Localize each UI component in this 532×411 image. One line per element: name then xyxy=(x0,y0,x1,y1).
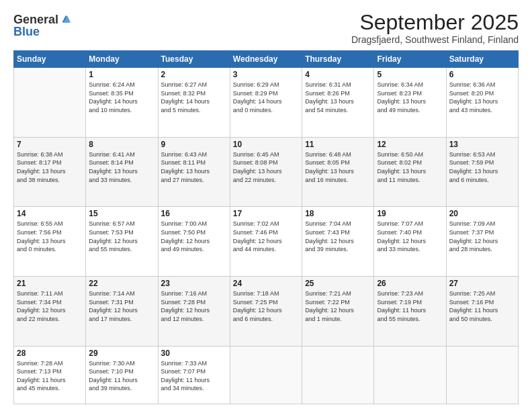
day-number: 30 xyxy=(161,349,227,358)
logo-blue-text: Blue xyxy=(13,26,40,38)
day-number: 1 xyxy=(89,70,154,79)
day-info: Sunrise: 7:25 AM Sunset: 7:16 PM Dayligh… xyxy=(449,289,515,323)
table-row: 3Sunrise: 6:29 AM Sunset: 8:29 PM Daylig… xyxy=(230,68,302,138)
day-info: Sunrise: 7:21 AM Sunset: 7:22 PM Dayligh… xyxy=(305,289,371,323)
header-friday: Friday xyxy=(374,51,446,68)
header-tuesday: Tuesday xyxy=(158,51,230,68)
calendar-table: Sunday Monday Tuesday Wednesday Thursday… xyxy=(13,50,519,404)
table-row xyxy=(374,346,446,404)
header: General Blue September 2025 Dragsfjaerd,… xyxy=(13,11,519,45)
day-info: Sunrise: 7:02 AM Sunset: 7:46 PM Dayligh… xyxy=(233,220,299,253)
day-number: 5 xyxy=(377,70,443,79)
day-info: Sunrise: 7:09 AM Sunset: 7:37 PM Dayligh… xyxy=(449,220,515,253)
day-info: Sunrise: 6:45 AM Sunset: 8:08 PM Dayligh… xyxy=(233,150,299,184)
table-row: 29Sunrise: 7:30 AM Sunset: 7:10 PM Dayli… xyxy=(86,346,158,404)
day-info: Sunrise: 6:50 AM Sunset: 8:02 PM Dayligh… xyxy=(377,150,443,184)
table-row: 18Sunrise: 7:04 AM Sunset: 7:43 PM Dayli… xyxy=(302,207,374,277)
table-row: 5Sunrise: 6:34 AM Sunset: 8:23 PM Daylig… xyxy=(374,68,446,138)
table-row: 15Sunrise: 6:57 AM Sunset: 7:53 PM Dayli… xyxy=(86,207,158,277)
day-info: Sunrise: 7:18 AM Sunset: 7:25 PM Dayligh… xyxy=(233,289,299,323)
day-info: Sunrise: 6:43 AM Sunset: 8:11 PM Dayligh… xyxy=(161,150,227,184)
day-info: Sunrise: 7:33 AM Sunset: 7:07 PM Dayligh… xyxy=(161,359,227,393)
location: Dragsfjaerd, Southwest Finland, Finland xyxy=(351,34,519,45)
day-number: 26 xyxy=(377,279,443,288)
table-row xyxy=(230,346,302,404)
header-wednesday: Wednesday xyxy=(230,51,302,68)
logo-icon xyxy=(60,13,72,26)
day-number: 6 xyxy=(449,70,515,79)
calendar-week-row: 21Sunrise: 7:11 AM Sunset: 7:34 PM Dayli… xyxy=(14,276,519,346)
day-info: Sunrise: 7:23 AM Sunset: 7:19 PM Dayligh… xyxy=(377,289,443,323)
header-thursday: Thursday xyxy=(302,51,374,68)
day-number: 23 xyxy=(161,279,227,288)
day-info: Sunrise: 6:31 AM Sunset: 8:26 PM Dayligh… xyxy=(305,81,371,114)
table-row xyxy=(446,346,518,404)
day-number: 3 xyxy=(233,70,299,79)
day-number: 14 xyxy=(17,209,83,218)
day-number: 17 xyxy=(233,209,299,218)
day-number: 28 xyxy=(17,349,83,358)
day-number: 16 xyxy=(161,209,227,218)
day-info: Sunrise: 7:28 AM Sunset: 7:13 PM Dayligh… xyxy=(17,359,83,393)
table-row: 16Sunrise: 7:00 AM Sunset: 7:50 PM Dayli… xyxy=(158,207,230,277)
day-info: Sunrise: 6:53 AM Sunset: 7:59 PM Dayligh… xyxy=(449,150,515,184)
day-number: 8 xyxy=(89,140,154,149)
table-row: 28Sunrise: 7:28 AM Sunset: 7:13 PM Dayli… xyxy=(14,346,86,404)
day-info: Sunrise: 6:38 AM Sunset: 8:17 PM Dayligh… xyxy=(17,150,83,184)
day-info: Sunrise: 6:36 AM Sunset: 8:20 PM Dayligh… xyxy=(449,81,515,114)
table-row: 4Sunrise: 6:31 AM Sunset: 8:26 PM Daylig… xyxy=(302,68,374,138)
title-section: September 2025 Dragsfjaerd, Southwest Fi… xyxy=(351,11,519,45)
header-saturday: Saturday xyxy=(446,51,518,68)
table-row: 24Sunrise: 7:18 AM Sunset: 7:25 PM Dayli… xyxy=(230,276,302,346)
day-number: 11 xyxy=(305,140,371,149)
day-number: 15 xyxy=(89,209,154,218)
day-info: Sunrise: 6:57 AM Sunset: 7:53 PM Dayligh… xyxy=(89,220,154,253)
table-row xyxy=(14,68,86,138)
table-row: 27Sunrise: 7:25 AM Sunset: 7:16 PM Dayli… xyxy=(446,276,518,346)
table-row: 22Sunrise: 7:14 AM Sunset: 7:31 PM Dayli… xyxy=(86,276,158,346)
day-info: Sunrise: 6:41 AM Sunset: 8:14 PM Dayligh… xyxy=(89,150,154,184)
header-monday: Monday xyxy=(86,51,158,68)
table-row xyxy=(302,346,374,404)
day-number: 20 xyxy=(449,209,515,218)
day-number: 7 xyxy=(17,140,83,149)
calendar-week-row: 28Sunrise: 7:28 AM Sunset: 7:13 PM Dayli… xyxy=(14,346,519,404)
day-info: Sunrise: 7:14 AM Sunset: 7:31 PM Dayligh… xyxy=(89,289,154,323)
table-row: 14Sunrise: 6:55 AM Sunset: 7:56 PM Dayli… xyxy=(14,207,86,277)
table-row: 25Sunrise: 7:21 AM Sunset: 7:22 PM Dayli… xyxy=(302,276,374,346)
day-info: Sunrise: 7:11 AM Sunset: 7:34 PM Dayligh… xyxy=(17,289,83,323)
table-row: 2Sunrise: 6:27 AM Sunset: 8:32 PM Daylig… xyxy=(158,68,230,138)
table-row: 7Sunrise: 6:38 AM Sunset: 8:17 PM Daylig… xyxy=(14,137,86,207)
calendar-header-row: Sunday Monday Tuesday Wednesday Thursday… xyxy=(14,51,519,68)
day-number: 10 xyxy=(233,140,299,149)
day-number: 9 xyxy=(161,140,227,149)
table-row: 12Sunrise: 6:50 AM Sunset: 8:02 PM Dayli… xyxy=(374,137,446,207)
day-number: 2 xyxy=(161,70,227,79)
day-number: 27 xyxy=(449,279,515,288)
day-number: 21 xyxy=(17,279,83,288)
day-number: 4 xyxy=(305,70,371,79)
day-info: Sunrise: 7:00 AM Sunset: 7:50 PM Dayligh… xyxy=(161,220,227,253)
table-row: 21Sunrise: 7:11 AM Sunset: 7:34 PM Dayli… xyxy=(14,276,86,346)
table-row: 11Sunrise: 6:48 AM Sunset: 8:05 PM Dayli… xyxy=(302,137,374,207)
day-number: 24 xyxy=(233,279,299,288)
day-number: 13 xyxy=(449,140,515,149)
table-row: 17Sunrise: 7:02 AM Sunset: 7:46 PM Dayli… xyxy=(230,207,302,277)
day-info: Sunrise: 6:34 AM Sunset: 8:23 PM Dayligh… xyxy=(377,81,443,114)
day-number: 19 xyxy=(377,209,443,218)
calendar-week-row: 14Sunrise: 6:55 AM Sunset: 7:56 PM Dayli… xyxy=(14,207,519,277)
table-row: 23Sunrise: 7:16 AM Sunset: 7:28 PM Dayli… xyxy=(158,276,230,346)
day-info: Sunrise: 7:07 AM Sunset: 7:40 PM Dayligh… xyxy=(377,220,443,253)
day-info: Sunrise: 7:16 AM Sunset: 7:28 PM Dayligh… xyxy=(161,289,227,323)
day-info: Sunrise: 6:27 AM Sunset: 8:32 PM Dayligh… xyxy=(161,81,227,114)
page: General Blue September 2025 Dragsfjaerd,… xyxy=(0,0,532,411)
day-number: 25 xyxy=(305,279,371,288)
table-row: 6Sunrise: 6:36 AM Sunset: 8:20 PM Daylig… xyxy=(446,68,518,138)
day-number: 22 xyxy=(89,279,154,288)
day-info: Sunrise: 6:24 AM Sunset: 8:35 PM Dayligh… xyxy=(89,81,154,114)
table-row: 19Sunrise: 7:07 AM Sunset: 7:40 PM Dayli… xyxy=(374,207,446,277)
calendar-week-row: 7Sunrise: 6:38 AM Sunset: 8:17 PM Daylig… xyxy=(14,137,519,207)
day-info: Sunrise: 6:48 AM Sunset: 8:05 PM Dayligh… xyxy=(305,150,371,184)
table-row: 26Sunrise: 7:23 AM Sunset: 7:19 PM Dayli… xyxy=(374,276,446,346)
table-row: 8Sunrise: 6:41 AM Sunset: 8:14 PM Daylig… xyxy=(86,137,158,207)
